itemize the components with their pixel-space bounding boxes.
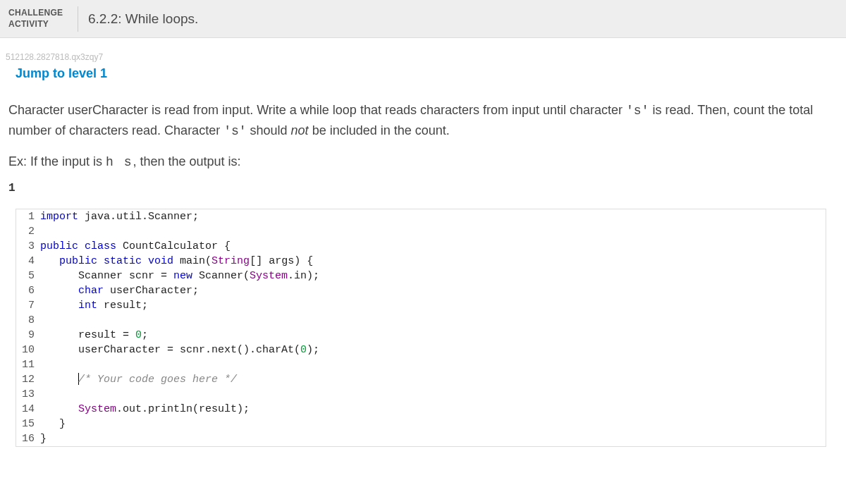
code-token: 0 xyxy=(300,344,307,356)
code-row[interactable]: 16} xyxy=(16,431,826,446)
code-row[interactable]: 11 xyxy=(16,357,826,372)
code-token xyxy=(78,240,85,252)
code-token: System xyxy=(78,403,116,415)
code-row[interactable]: 1import java.util.Scanner; xyxy=(16,209,826,224)
code-token: ; xyxy=(142,329,148,341)
code-line[interactable]: /* Your code goes here */ xyxy=(40,372,826,387)
code-line[interactable]: System.out.println(result); xyxy=(40,402,826,417)
challenge-label-line1: CHALLENGE xyxy=(8,8,78,19)
code-token: result; xyxy=(97,300,148,312)
line-number: 8 xyxy=(16,313,40,328)
code-line[interactable]: } xyxy=(40,417,826,431)
code-row[interactable]: 2 xyxy=(16,224,826,239)
code-token: import xyxy=(40,211,78,223)
line-number: 12 xyxy=(16,372,40,387)
code-line[interactable] xyxy=(40,387,826,402)
code-token: System xyxy=(250,270,288,282)
code-row[interactable]: 13 xyxy=(16,387,826,402)
line-number: 9 xyxy=(16,328,40,343)
code-row[interactable]: 3public class CountCalculator { xyxy=(16,239,826,254)
example-prefix: Ex: If the input is xyxy=(8,154,106,168)
code-token: Scanner( xyxy=(192,270,250,282)
code-token: result = xyxy=(40,329,135,341)
line-number: 5 xyxy=(16,269,40,283)
code-line[interactable] xyxy=(40,357,826,372)
code-token xyxy=(40,300,78,312)
code-row[interactable]: 9 result = 0; xyxy=(16,328,826,343)
code-token: java.util.Scanner; xyxy=(78,211,199,223)
instr-suffix: be included in the count. xyxy=(309,123,450,137)
code-line[interactable] xyxy=(40,313,826,328)
code-row[interactable]: 14 System.out.println(result); xyxy=(16,402,826,417)
line-number: 11 xyxy=(16,357,40,372)
code-token: } xyxy=(40,418,66,430)
line-number: 3 xyxy=(16,239,40,254)
example-suffix: , then the output is: xyxy=(133,154,240,168)
code-token: .out.println(result); xyxy=(116,403,250,415)
code-editor[interactable]: 1import java.util.Scanner;2 3public clas… xyxy=(16,209,826,447)
code-token xyxy=(142,255,148,267)
code-line[interactable]: import java.util.Scanner; xyxy=(40,209,826,224)
line-number: 14 xyxy=(16,402,40,417)
content-area: 512128.2827818.qx3zqy7 Jump to level 1 C… xyxy=(0,38,846,447)
code-token: CountCalculator { xyxy=(116,240,231,252)
code-token: ); xyxy=(307,344,319,356)
code-line[interactable]: result = 0; xyxy=(40,328,826,343)
code-token xyxy=(40,374,78,386)
instr-sentinel-1: 's' xyxy=(626,104,649,118)
code-token: userCharacter; xyxy=(104,285,199,297)
challenge-activity-label: CHALLENGE ACTIVITY xyxy=(0,2,78,35)
line-number: 13 xyxy=(16,387,40,402)
code-token xyxy=(40,255,59,267)
code-line[interactable]: } xyxy=(40,431,826,446)
code-row[interactable]: 4 public static void main(String[] args)… xyxy=(16,254,826,269)
line-number: 4 xyxy=(16,254,40,269)
code-token: String xyxy=(212,255,250,267)
code-row[interactable]: 5 Scanner scnr = new Scanner(System.in); xyxy=(16,269,826,283)
code-row[interactable]: 6 char userCharacter; xyxy=(16,283,826,298)
line-number: 1 xyxy=(16,209,40,224)
code-line[interactable]: public class CountCalculator { xyxy=(40,239,826,254)
code-token: public xyxy=(40,240,78,252)
line-number: 16 xyxy=(16,431,40,446)
code-token: } xyxy=(40,433,47,445)
code-line[interactable]: userCharacter = scnr.next().charAt(0); xyxy=(40,343,826,357)
code-token: Scanner scnr = xyxy=(40,270,173,282)
code-token: class xyxy=(85,240,116,252)
code-line[interactable]: Scanner scnr = new Scanner(System.in); xyxy=(40,269,826,283)
code-token: userCharacter = scnr.next().charAt( xyxy=(40,344,300,356)
line-number: 10 xyxy=(16,343,40,357)
header-divider xyxy=(78,6,78,32)
instr-sentinel-2: 's' xyxy=(223,124,246,138)
code-row[interactable]: 15 } xyxy=(16,417,826,431)
line-number: 2 xyxy=(16,224,40,239)
code-row[interactable]: 10 userCharacter = scnr.next().charAt(0)… xyxy=(16,343,826,357)
instr-not: not xyxy=(291,123,309,137)
seed-identifier: 512128.2827818.qx3zqy7 xyxy=(0,38,846,65)
code-token: static xyxy=(104,255,142,267)
code-line[interactable]: char userCharacter; xyxy=(40,283,826,298)
challenge-label-line2: ACTIVITY xyxy=(8,19,78,30)
line-number: 15 xyxy=(16,417,40,431)
instr-prefix: Character userCharacter is read from inp… xyxy=(8,103,626,117)
code-token: /* Your code goes here */ xyxy=(78,374,237,386)
jump-to-level-link[interactable]: Jump to level 1 xyxy=(0,65,846,81)
instructions-text: Character userCharacter is read from inp… xyxy=(0,81,846,142)
code-row[interactable]: 12 /* Your code goes here */ xyxy=(16,372,826,387)
code-token xyxy=(40,403,78,415)
example-output: 1 xyxy=(0,169,846,199)
challenge-title: 6.2.2: While loops. xyxy=(88,11,198,27)
example-input: h s xyxy=(106,155,133,169)
code-line[interactable] xyxy=(40,224,826,239)
code-line[interactable]: public static void main(String[] args) { xyxy=(40,254,826,269)
code-token: .in); xyxy=(288,270,319,282)
challenge-header: CHALLENGE ACTIVITY 6.2.2: While loops. xyxy=(0,0,846,38)
code-token: 0 xyxy=(135,329,142,341)
code-row[interactable]: 8 xyxy=(16,313,826,328)
code-line[interactable]: int result; xyxy=(40,298,826,313)
line-number: 6 xyxy=(16,283,40,298)
code-token xyxy=(97,255,104,267)
code-token: int xyxy=(78,300,97,312)
code-row[interactable]: 7 int result; xyxy=(16,298,826,313)
example-line: Ex: If the input is h s, then the output… xyxy=(0,142,846,169)
